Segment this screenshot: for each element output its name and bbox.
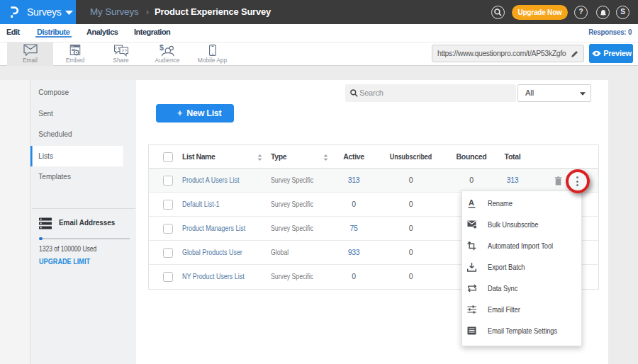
svg-text:A: A bbox=[469, 199, 474, 207]
svg-text:$: $ bbox=[160, 44, 164, 52]
